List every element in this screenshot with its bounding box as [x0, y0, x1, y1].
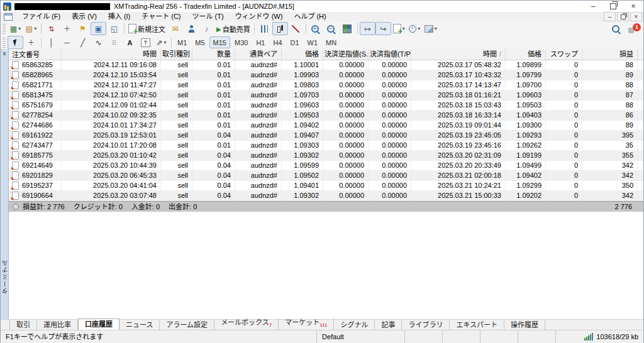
- auto-scroll-button[interactable]: [360, 22, 375, 35]
- chart-shift-button[interactable]: [375, 22, 391, 35]
- tab-news[interactable]: ニュース: [119, 320, 160, 330]
- timeframe-button[interactable]: H4: [269, 36, 286, 48]
- tab-articles[interactable]: 記事: [375, 320, 402, 330]
- timeframe-button[interactable]: M5: [191, 36, 208, 48]
- tab-trade[interactable]: 取引: [9, 320, 37, 330]
- menu-item[interactable]: ツール (T): [187, 12, 230, 21]
- timeframe-button[interactable]: M1: [174, 36, 191, 48]
- auto-trading-button[interactable]: 自動売買: [214, 22, 252, 35]
- line-chart-button[interactable]: [288, 22, 304, 35]
- col-header-close-time[interactable]: 時間/: [411, 49, 506, 60]
- table-row[interactable]: 62778254 2024.10.02 09:32:35 sell 0.01 a…: [9, 111, 643, 121]
- timeframe-button[interactable]: M30: [231, 36, 252, 48]
- data-window-button[interactable]: [59, 22, 75, 35]
- text-button[interactable]: [122, 36, 138, 49]
- tile-windows-button[interactable]: [340, 22, 355, 35]
- periods-button[interactable]: [407, 22, 423, 35]
- table-row[interactable]: 69161922 2025.03.19 12:53:01 sell 0.04 a…: [9, 131, 643, 141]
- search-button[interactable]: [609, 22, 625, 35]
- table-row[interactable]: 69214649 2025.03.20 10:44:39 sell 0.04 a…: [9, 161, 643, 171]
- tab-library[interactable]: ライブラリ: [402, 320, 450, 330]
- community-button[interactable]: [183, 22, 199, 35]
- tab-market[interactable]: マーケット111: [279, 318, 334, 330]
- menu-item[interactable]: 挿入 (I): [103, 12, 136, 21]
- tab-alerts[interactable]: アラーム設定: [160, 320, 214, 330]
- col-header-symbol[interactable]: 通貨ペア: [235, 49, 282, 60]
- bar-chart-button[interactable]: [257, 22, 272, 35]
- fibonacci-button[interactable]: [91, 36, 106, 49]
- indicators-button[interactable]: [391, 22, 407, 35]
- candlestick-button[interactable]: [272, 22, 288, 35]
- tab-mailbox[interactable]: メールボックス7: [214, 318, 279, 330]
- new-chart-button[interactable]: [8, 22, 23, 35]
- sounds-button[interactable]: [199, 22, 214, 35]
- table-row[interactable]: 65751679 2024.12.09 01:02:44 sell 0.01 a…: [9, 101, 643, 111]
- profiles-button[interactable]: [23, 22, 39, 35]
- cursor-button[interactable]: [8, 36, 23, 49]
- mailbox-button[interactable]: [167, 22, 183, 35]
- vertical-line-button[interactable]: [43, 36, 59, 49]
- channel-button[interactable]: [106, 36, 122, 49]
- status-profile[interactable]: Default: [316, 330, 404, 343]
- table-row[interactable]: 69190664 2025.03.20 03:07:48 sell 0.04 a…: [9, 191, 643, 201]
- col-header-profit[interactable]: 損益: [582, 49, 638, 60]
- col-header-close-price[interactable]: 価格: [506, 49, 546, 60]
- col-header-open-time[interactable]: 時間: [62, 49, 161, 60]
- trendline-button[interactable]: [75, 36, 91, 49]
- zoom-in-button[interactable]: +: [308, 22, 324, 35]
- toolbar-grip[interactable]: [3, 38, 6, 48]
- col-header-sl[interactable]: 決済逆指値(S...: [323, 49, 369, 60]
- col-header-volume[interactable]: 数量: [192, 49, 235, 60]
- child-minimize-button[interactable]: –: [604, 12, 616, 21]
- col-header-swap[interactable]: スワップ: [546, 49, 582, 60]
- table-row[interactable]: 65813475 2024.12.10 07:42:50 sell 0.01 a…: [9, 90, 643, 101]
- terminal-toggle-button[interactable]: [91, 22, 106, 35]
- menu-item[interactable]: チャート (C): [136, 12, 186, 21]
- terminal-close-button[interactable]: x: [1, 50, 8, 57]
- timeframe-button[interactable]: D1: [287, 36, 303, 48]
- new-order-button[interactable]: 新規注文: [126, 22, 167, 35]
- child-restore-button[interactable]: [617, 12, 629, 21]
- timeframe-button[interactable]: MN: [322, 36, 340, 48]
- chart-child-icon[interactable]: [4, 13, 13, 21]
- table-row[interactable]: 69201829 2025.03.20 06:45:33 sell 0.04 a…: [9, 171, 643, 181]
- crosshair-button[interactable]: [23, 36, 39, 49]
- table-row[interactable]: 62744686 2024.10.01 17:34:27 sell 0.01 a…: [9, 121, 643, 131]
- tab-account-history[interactable]: 口座履歴: [78, 318, 119, 330]
- toolbar-grip[interactable]: [3, 24, 6, 34]
- text-label-button[interactable]: T: [138, 36, 153, 49]
- menu-item[interactable]: ヘルプ (H): [288, 12, 331, 21]
- timeframe-button[interactable]: M15: [209, 36, 230, 48]
- col-header-order[interactable]: 注文番号: [9, 49, 62, 60]
- close-button[interactable]: ×: [623, 1, 643, 12]
- tab-exposure[interactable]: 運用比率: [37, 320, 78, 330]
- tab-signals[interactable]: シグナル: [334, 320, 375, 330]
- tab-journal[interactable]: 操作履歴: [504, 320, 545, 330]
- tab-experts[interactable]: エキスパート: [450, 320, 504, 330]
- market-watch-button[interactable]: [43, 22, 59, 35]
- status-connection[interactable]: 103618/29 kb: [555, 330, 643, 343]
- table-row[interactable]: 65821771 2024.12.10 11:47:27 sell 0.01 a…: [9, 80, 643, 90]
- templates-button[interactable]: [423, 22, 439, 35]
- menu-item[interactable]: 表示 (V): [66, 12, 103, 21]
- strategy-tester-button[interactable]: [106, 22, 122, 35]
- col-header-tp[interactable]: 決済指値(T/P): [369, 49, 411, 60]
- menu-item[interactable]: ファイル (F): [16, 12, 66, 21]
- col-header-type[interactable]: 取引種別: [161, 49, 192, 60]
- table-row[interactable]: 65863285 2024.12.11 09:16:08 sell 0.01 a…: [9, 60, 643, 70]
- terminal-side-label[interactable]: ターミナル: [1, 259, 8, 294]
- menu-item[interactable]: ウィンドウ (W): [230, 12, 289, 21]
- restore-button[interactable]: [603, 1, 623, 12]
- zoom-out-button[interactable]: −: [324, 22, 340, 35]
- horizontal-line-button[interactable]: [59, 36, 75, 49]
- table-row[interactable]: 69185775 2025.03.20 01:10:42 sell 0.04 a…: [9, 151, 643, 161]
- col-header-open-price[interactable]: 価格: [282, 49, 323, 60]
- table-row[interactable]: 65828965 2024.12.10 15:03:54 sell 0.01 a…: [9, 70, 643, 80]
- table-row[interactable]: 62743477 2024.10.01 17:20:08 sell 0.01 a…: [9, 141, 643, 151]
- arrows-button[interactable]: [153, 36, 169, 49]
- timeframe-button[interactable]: H1: [252, 36, 269, 48]
- notifications-button[interactable]: 1: [628, 23, 640, 35]
- navigator-button[interactable]: [75, 22, 91, 35]
- table-row[interactable]: 69195237 2025.03.20 04:41:04 sell 0.04 a…: [9, 181, 643, 191]
- minimize-button[interactable]: –: [583, 1, 603, 12]
